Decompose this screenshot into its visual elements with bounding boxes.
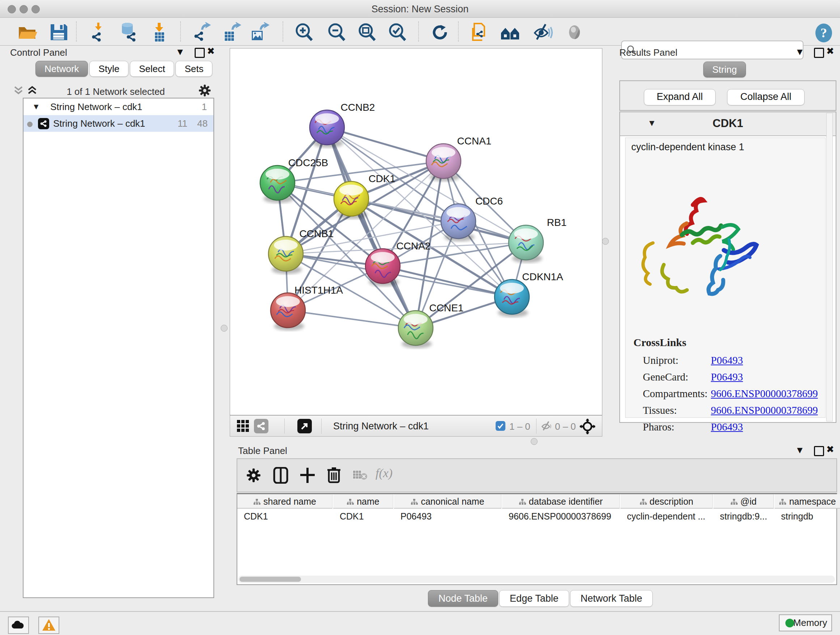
right-splitter-handle[interactable] (602, 238, 609, 245)
clone-network-icon[interactable] (469, 22, 489, 42)
crosslink-row: Compartments:9606.ENSP00000378699 (643, 388, 821, 404)
table-panel-close-icon[interactable]: ✖ (826, 444, 834, 455)
control-panel-collapse-icon[interactable]: ▼ (175, 46, 185, 57)
edge-CCNB2-CCNE1[interactable] (327, 127, 416, 328)
gene-card-header[interactable]: ▼ CDK1 (620, 112, 836, 136)
tab-network[interactable]: Network (35, 61, 88, 77)
results-scrollbar[interactable] (826, 113, 833, 421)
column-header-databaseidentifier[interactable]: database identifier (502, 494, 620, 509)
help-icon[interactable]: ? (813, 23, 834, 43)
scrollbar-thumb[interactable] (240, 577, 301, 582)
open-in-window-icon[interactable] (297, 419, 312, 433)
title-bar: Session: New Session (0, 0, 840, 18)
expand-all-networks-icon[interactable] (26, 84, 38, 98)
control-panel-close-icon[interactable]: ✖ (207, 46, 215, 57)
table-options-gear-icon[interactable] (246, 468, 261, 485)
memory-button[interactable]: Memory (779, 614, 832, 631)
crosslink-link[interactable]: 9606.ENSP00000378699 (711, 388, 818, 400)
delete-column-trash-icon[interactable] (326, 466, 341, 485)
column-header-namespace[interactable]: namespace (775, 494, 840, 509)
open-session-icon[interactable] (17, 22, 37, 42)
tab-sets[interactable]: Sets (175, 61, 212, 77)
tab-network-table[interactable]: Network Table (570, 590, 653, 607)
node-RB1[interactable]: RB1 (508, 217, 567, 263)
network-tree-child-row[interactable]: String Network – cdk1 11 48 (24, 115, 213, 132)
memory-button-label: Memory (793, 617, 827, 628)
hide-selected-eye-slash-icon[interactable] (532, 22, 553, 42)
results-actions-box: Expand All Collapse All (619, 80, 836, 111)
results-panel-collapse-icon[interactable]: ▼ (795, 46, 805, 57)
save-session-icon[interactable] (49, 22, 69, 42)
node-HIST1H1A[interactable]: HIST1H1A (271, 285, 343, 331)
table-cell[interactable]: stringdb:9... (714, 509, 774, 523)
network-canvas[interactable]: CCNB2CCNA1CDC25BCDK1CDC6RB1CCNB1CCNA2CDK… (230, 48, 602, 415)
table-cell[interactable]: 9606.ENSP00000378699 (502, 509, 620, 523)
zoom-selected-icon[interactable] (387, 22, 407, 42)
edge-CCNB2-CCNA1[interactable] (327, 127, 444, 161)
table-horizontal-scrollbar[interactable] (238, 576, 835, 583)
network-panel-options-gear-icon[interactable] (198, 84, 211, 98)
export-network-icon[interactable] (191, 22, 211, 42)
delete-table-icon-disabled (352, 470, 368, 482)
zoom-fit-icon[interactable] (357, 22, 377, 42)
node-CCNA1[interactable]: CCNA1 (426, 135, 491, 181)
node-table[interactable]: shared namenamecanonical namedatabase id… (237, 493, 837, 585)
expand-all-button[interactable]: Expand All (644, 89, 715, 105)
zoom-in-icon[interactable] (294, 22, 314, 42)
memory-status-dot (785, 619, 794, 627)
show-columns-icon[interactable] (273, 467, 289, 485)
network-share-icon[interactable] (254, 419, 268, 433)
table-cell[interactable]: cyclin-dependent ... (621, 509, 713, 523)
crosslink-label: Tissues: (643, 404, 677, 416)
crosslink-link[interactable]: 9606.ENSP00000378699 (711, 404, 818, 416)
refresh-icon[interactable] (430, 22, 450, 42)
import-table-icon[interactable] (150, 22, 171, 42)
edge-HIST1H1A-CCNE1[interactable] (288, 310, 416, 328)
column-header-sharedname[interactable]: shared name (237, 494, 332, 509)
export-image-icon[interactable] (249, 22, 270, 42)
crosslink-link[interactable]: P06493 (711, 371, 743, 383)
selected-checkbox-icon[interactable] (496, 421, 505, 431)
column-header-canonicalname[interactable]: canonical name (394, 494, 501, 509)
network-tree-root-row[interactable]: ▼ String Network – cdk1 1 (24, 98, 213, 115)
bottom-splitter-handle[interactable] (531, 438, 538, 445)
table-panel-float-icon[interactable] (814, 446, 824, 456)
node-CCNB1[interactable]: CCNB1 (268, 228, 333, 274)
import-network-from-database-icon[interactable] (118, 22, 139, 42)
show-all-eye-icon[interactable] (564, 22, 584, 42)
collapse-all-button[interactable]: Collapse All (727, 89, 805, 105)
table-cell[interactable]: CDK1 (333, 509, 393, 523)
tab-node-table[interactable]: Node Table (428, 590, 498, 607)
crosslink-row: Uniprot:P06493 (643, 355, 821, 371)
tab-edge-table[interactable]: Edge Table (499, 590, 569, 607)
column-header-id[interactable]: @id (714, 494, 774, 509)
table-cell[interactable]: P06493 (394, 509, 501, 523)
tab-style[interactable]: Style (89, 61, 128, 77)
tree-expander-icon[interactable]: ▼ (32, 98, 40, 115)
left-splitter-handle[interactable] (221, 325, 227, 332)
table-cell[interactable]: stringdb (775, 509, 840, 523)
cloud-button[interactable] (8, 616, 29, 634)
collapse-all-networks-icon[interactable] (12, 84, 25, 98)
houses-icon[interactable] (500, 22, 520, 42)
table-panel-collapse-icon[interactable]: ▼ (795, 445, 805, 456)
node-CDKN1A[interactable]: CDKN1A (494, 271, 563, 317)
crosslink-link[interactable]: P06493 (711, 355, 743, 366)
results-panel-float-icon[interactable] (814, 48, 824, 58)
warnings-button[interactable] (38, 616, 59, 634)
tab-select[interactable]: Select (130, 61, 174, 77)
crosslink-link[interactable]: P06493 (711, 421, 743, 433)
birdseye-view-icon[interactable] (237, 420, 249, 434)
column-header-description[interactable]: description (621, 494, 713, 509)
add-column-icon[interactable] (300, 467, 316, 485)
column-header-name[interactable]: name (333, 494, 393, 509)
import-network-icon[interactable] (88, 22, 109, 42)
network-graph[interactable]: CCNB2CCNA1CDC25BCDK1CDC6RB1CCNB1CCNA2CDK… (230, 49, 602, 415)
pan-crosshair-icon[interactable] (579, 418, 595, 436)
table-cell[interactable]: CDK1 (237, 509, 332, 523)
zoom-out-icon[interactable] (326, 22, 347, 42)
export-table-icon[interactable] (221, 22, 241, 42)
results-panel-close-icon[interactable]: ✖ (826, 46, 834, 57)
control-panel-float-icon[interactable] (195, 48, 205, 58)
tab-string[interactable]: String (703, 62, 746, 78)
